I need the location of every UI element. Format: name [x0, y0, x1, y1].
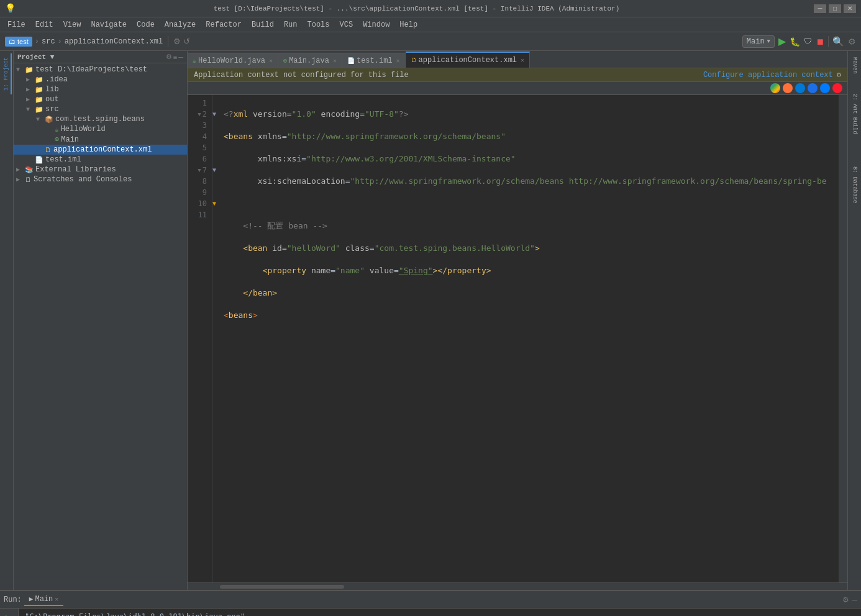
tree-item-main[interactable]: ⊙ Main	[14, 134, 187, 145]
bottom-settings-btn[interactable]: ⚙	[842, 596, 849, 604]
java-icon-main: ⊙	[55, 135, 59, 144]
tree-arrow-package[interactable]: ▼	[36, 116, 45, 123]
menu-navigate[interactable]: Navigate	[86, 19, 132, 30]
close-button[interactable]: ✕	[844, 4, 856, 13]
output-line-1: "C:\Program Files\Java\jdk1.8.0_191\bin\…	[25, 611, 855, 616]
tree-item-out[interactable]: ▶ 📁 out	[14, 94, 187, 104]
scratches-icon: 🗒	[25, 176, 32, 184]
project-view-button[interactable]: 🗂 test	[5, 37, 32, 47]
main-layout: 1: Project Project ▼ ⚙ ≡ ─ ▼ 📁 test D:\I…	[0, 51, 861, 590]
maven-tab[interactable]: Maven	[850, 53, 859, 78]
stop-button[interactable]: ⏹	[816, 37, 824, 47]
menu-tools[interactable]: Tools	[303, 19, 335, 30]
tab-appctx[interactable]: 🗋 applicationContext.xml ✕	[406, 52, 530, 68]
tree-item-extlibs[interactable]: ▶ 📚 External Libraries	[14, 165, 187, 174]
run-tab-main[interactable]: ▶ Main ✕	[24, 594, 63, 606]
tree-arrow-scratches[interactable]: ▶	[16, 176, 25, 183]
menu-edit[interactable]: Edit	[30, 19, 58, 30]
menu-file[interactable]: File	[2, 19, 30, 30]
horizontal-scrollbar[interactable]	[188, 582, 847, 590]
tab-close-hw[interactable]: ✕	[269, 57, 273, 65]
code-area[interactable]: <?xml version="1.0" encoding="UTF-8"?> <…	[220, 95, 839, 582]
tree-label-appctx: applicationContext.xml	[53, 145, 152, 154]
ant-build-tab[interactable]: 2: Ant Build	[850, 90, 859, 138]
tree-item-appctx[interactable]: 🗋 applicationContext.xml	[14, 145, 187, 155]
sidebar-settings-btn[interactable]: ⚙	[166, 53, 172, 61]
tree-arrow-src[interactable]: ▼	[26, 106, 35, 113]
tree-label-main: Main	[61, 135, 79, 144]
debug-button[interactable]: 🐛	[790, 37, 800, 47]
menu-run[interactable]: Run	[279, 19, 303, 30]
run-again-button[interactable]: ▶	[2, 611, 16, 616]
sidebar-collapse-btn[interactable]: ─	[178, 53, 183, 61]
edge-icon[interactable]	[795, 83, 805, 93]
menu-vcs[interactable]: VCS	[335, 19, 358, 30]
tree-label-out: out	[45, 95, 59, 104]
chrome-icon[interactable]	[770, 83, 780, 93]
warning-bar: Application context not configured for t…	[188, 68, 847, 82]
tree-item-test-root[interactable]: ▼ 📁 test D:\IdeaProjects\test	[14, 65, 187, 75]
warning-message: Application context not configured for t…	[194, 71, 409, 79]
configure-link[interactable]: Configure application context	[703, 71, 833, 79]
toolbar-recent-button[interactable]: ↺	[183, 37, 190, 46]
tree-arrow-extlibs[interactable]: ▶	[16, 166, 25, 173]
database-tab[interactable]: 8: Database	[850, 163, 859, 207]
tree-arrow-out[interactable]: ▶	[26, 96, 35, 103]
firefox-icon[interactable]	[783, 83, 793, 93]
run-controls: ▶ ⏹ ↑ ↓ ↩ 🖨 Z S 📌	[0, 609, 19, 616]
tree-item-idea[interactable]: ▶ 📁 .idea	[14, 75, 187, 84]
minimize-button[interactable]: ─	[814, 4, 826, 13]
top-toolbar: 🗂 test › src › applicationContext.xml ⚙ …	[0, 32, 861, 51]
toolbar-sep2	[828, 36, 829, 47]
code-line-5	[224, 198, 835, 209]
settings-main-button[interactable]: ⚙	[848, 37, 856, 47]
xml-tab-icon: 🗋	[411, 57, 417, 64]
sidebar-layout-btn[interactable]: ≡	[173, 53, 177, 61]
java-tab-icon-main: ⊙	[283, 57, 287, 65]
tab-close-iml[interactable]: ✕	[396, 57, 400, 65]
menu-analyze[interactable]: Analyze	[160, 19, 201, 30]
opera-icon[interactable]	[832, 83, 842, 93]
coverage-button[interactable]: 🛡	[804, 37, 812, 46]
tree-item-scratches[interactable]: ▶ 🗒 Scratches and Consoles	[14, 174, 187, 184]
tab-testiml[interactable]: 📄 test.iml ✕	[342, 53, 406, 68]
browser-icons-bar	[188, 82, 847, 95]
run-tab-close[interactable]: ✕	[55, 596, 58, 603]
ie-icon[interactable]	[808, 83, 818, 93]
tree-label-src: src	[45, 105, 59, 114]
safari-icon[interactable]	[820, 83, 830, 93]
tree-label-lib: lib	[45, 85, 59, 94]
tab-close-main[interactable]: ✕	[333, 57, 337, 65]
window-controls: ─ □ ✕	[814, 4, 856, 13]
tree-label-idea: .idea	[45, 75, 68, 84]
line-num: 9	[188, 187, 207, 198]
toolbar-settings-button[interactable]: ⚙	[173, 37, 181, 46]
tree-arrow-idea[interactable]: ▶	[26, 76, 35, 83]
tree-item-lib[interactable]: ▶ 📁 lib	[14, 84, 187, 94]
maximize-button[interactable]: □	[829, 4, 841, 13]
warning-gear-icon[interactable]: ⚙	[837, 70, 841, 79]
tree-arrow[interactable]: ▼	[16, 66, 25, 73]
code-line-10: <beans>	[224, 310, 835, 321]
menu-code[interactable]: Code	[132, 19, 160, 30]
tab-helloworld[interactable]: ☕ HelloWorld.java ✕	[188, 53, 278, 68]
tree-item-src[interactable]: ▼ 📁 src	[14, 104, 187, 114]
tab-main[interactable]: ⊙ Main.java ✕	[278, 53, 342, 68]
menu-help[interactable]: Help	[394, 19, 422, 30]
tree-arrow-lib[interactable]: ▶	[26, 86, 35, 93]
tree-label-scratches: Scratches and Consoles	[34, 175, 132, 184]
tree-item-testiml[interactable]: 📄 test.iml	[14, 155, 187, 165]
run-config-selector[interactable]: Main ▼	[742, 35, 775, 48]
tab-close-appctx[interactable]: ✕	[521, 57, 524, 64]
run-button[interactable]: ▶	[778, 35, 786, 47]
menu-view[interactable]: View	[58, 19, 86, 30]
search-everywhere-button[interactable]: 🔍	[832, 36, 844, 47]
menu-build[interactable]: Build	[247, 19, 279, 30]
bottom-minimize-btn[interactable]: ─	[852, 596, 857, 604]
menu-refactor[interactable]: Refactor	[201, 19, 247, 30]
tree-item-package[interactable]: ▼ 📦 com.test.sping.beans	[14, 114, 187, 124]
gutter-tab-project[interactable]: 1: Project	[2, 53, 12, 94]
menu-window[interactable]: Window	[358, 19, 394, 30]
java-icon-hw: ☕	[55, 125, 59, 134]
tree-item-helloworld[interactable]: ☕ HelloWorld	[14, 124, 187, 134]
